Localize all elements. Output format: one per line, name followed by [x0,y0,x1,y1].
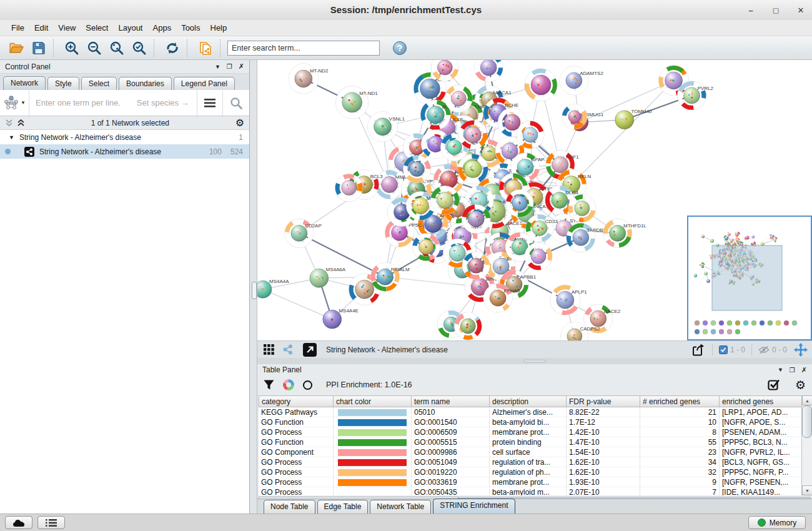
string-protein-query-selector[interactable]: STRING ▼ [0,91,29,116]
zoom-fit-button[interactable] [106,39,128,57]
zoom-selected-button[interactable] [128,39,151,57]
network-collection-row[interactable]: ▼ String Network - Alzheimer's disease 1 [0,130,249,144]
svg-text:EPHA5: EPHA5 [503,288,520,294]
tab-select[interactable]: Select [81,77,117,90]
filter-icon[interactable] [264,380,274,390]
table-cell: [PPP5C, BCL3, N... [720,437,803,447]
zoom-out-button[interactable] [83,39,106,57]
set-species-hint[interactable]: Set species → [137,98,189,107]
tab-legend-panel[interactable]: Legend Panel [174,77,235,90]
chart-color-swatch [338,459,407,466]
table-row[interactable]: GO FunctionGO:0005515protein binding1.47… [259,437,803,447]
table-panel: Table Panel ▼ ❐ ✗ PPI Enrichment: 1.0E-1… [257,364,812,514]
pan-tool-button[interactable] [793,343,808,357]
network-share-button[interactable] [280,343,295,357]
tree-expander-icon[interactable]: ▼ [9,134,14,141]
tab-string-enrichment[interactable]: STRING Enrichment [433,499,515,514]
horizontal-splitter[interactable] [257,358,812,364]
grid-view-button[interactable] [261,343,276,357]
table-row[interactable]: GO ProcessGO:0051049regulation of tra...… [259,457,803,467]
table-row[interactable]: GO ProcessGO:0019220regulation of ph...1… [259,467,803,477]
maximize-button[interactable]: ▢ [771,5,781,15]
tab-style[interactable]: Style [47,77,79,90]
export-network-button[interactable] [691,343,706,357]
menu-file[interactable]: File [6,20,29,36]
selected-checkbox-icon[interactable] [719,345,728,354]
scroll-up-button[interactable]: ▲ [802,395,812,405]
string-search-button[interactable] [222,91,249,116]
open-in-browser-button[interactable] [302,343,317,357]
open-file-button[interactable] [5,39,27,57]
panel-splitter[interactable] [250,60,257,514]
tab-node-table[interactable]: Node Table [264,500,315,514]
panel-close-icon[interactable]: ✗ [801,366,807,374]
chart-color-cell [334,437,412,447]
string-query-placeholder[interactable]: Enter one term per line. [36,98,121,107]
menu-layout[interactable]: Layout [113,20,147,36]
panel-menu-icon[interactable]: ▼ [778,367,783,373]
ring-chart-icon[interactable] [303,380,312,390]
table-vertical-scrollbar[interactable]: ▲ ▼ [801,395,812,495]
menu-select[interactable]: Select [81,20,113,36]
string-network-icon [24,147,34,157]
eye-slash-icon[interactable] [758,345,770,354]
minimize-button[interactable]: – [746,5,756,15]
gear-icon[interactable]: ⚙ [235,118,244,128]
panel-close-icon[interactable]: ✗ [239,62,244,71]
network-from-clipboard-button[interactable] [194,39,217,57]
column-header[interactable]: enriched genes [720,395,803,407]
save-session-button[interactable] [27,39,50,57]
network-row[interactable]: String Network - Alzheimer's disease 100… [0,144,249,159]
table-row[interactable]: GO ProcessGO:0006509membrane prot...1.42… [259,427,803,437]
splitter-grip[interactable] [523,360,546,362]
gear-icon[interactable]: ⚙ [795,378,806,392]
table-row[interactable]: GO FunctionGO:0001540beta-amyloid bi...1… [259,417,803,427]
expand-all-icon[interactable] [17,119,25,127]
tab-network[interactable]: Network [3,76,46,90]
menu-apps[interactable]: Apps [148,20,177,36]
scrollbar-thumb[interactable] [802,405,812,438]
tab-edge-table[interactable]: Edge Table [317,500,369,514]
menu-help[interactable]: Help [205,20,232,36]
column-header[interactable]: description [490,395,567,407]
svg-text:CD33: CD33 [545,219,558,224]
zoom-fit-icon [109,41,124,56]
birds-eye-view[interactable] [687,216,812,340]
menu-view[interactable]: View [53,20,81,36]
memory-button[interactable]: Memory [748,516,806,529]
table-cell: regulation of tra... [490,457,567,467]
cloud-tasks-button[interactable] [5,516,32,529]
menu-tools[interactable]: Tools [176,20,205,36]
zoom-in-button[interactable] [61,39,83,57]
task-list-button[interactable] [37,516,65,529]
column-header[interactable]: term name [412,395,490,407]
tab-network-table[interactable]: Network Table [370,500,431,514]
help-button[interactable]: ? [389,39,411,57]
scroll-down-button[interactable]: ▼ [802,485,812,495]
string-options-button[interactable] [197,91,222,116]
table-row[interactable]: KEGG Pathways05010Alzheimer's dise...8.8… [259,407,803,417]
tab-boundaries[interactable]: Boundaries [119,77,172,90]
refresh-button[interactable] [161,39,184,57]
selected-nodes-counter: 1 - 0 [719,345,745,354]
close-button[interactable]: ✕ [796,5,806,15]
table-row[interactable]: GO ProcessGO:0050435beta-amyloid m...2.0… [259,487,803,495]
menu-edit[interactable]: Edit [29,20,53,36]
pie-chart-icon[interactable] [283,379,294,390]
network-canvas[interactable]: MT-ND2MT-ND1VSNL1GAB2ADAMTS2SMUG1PVRL2TO… [257,60,812,340]
column-header[interactable]: category [259,395,334,407]
search-input[interactable] [227,41,380,56]
column-header[interactable]: chart color [334,395,412,407]
column-header[interactable]: FDR p-value [567,395,640,407]
panel-menu-icon[interactable]: ▼ [215,64,220,70]
panel-float-icon[interactable]: ❐ [227,63,232,70]
table-row[interactable]: GO ProcessGO:0033619membrane prot...1.93… [259,477,803,487]
table-row[interactable]: GO ComponentGO:0009986cell surface1.54E-… [259,447,803,457]
select-columns-icon[interactable] [768,379,780,391]
table-cell: 1.47E-10 [567,437,640,447]
panel-float-icon[interactable]: ❐ [790,367,795,374]
collapse-all-icon[interactable] [5,119,13,127]
column-header[interactable]: # enriched genes [640,395,720,407]
splitter-grip[interactable] [252,282,257,299]
window-title: Session: /tmp/enrichmentTest.cys [0,0,812,20]
